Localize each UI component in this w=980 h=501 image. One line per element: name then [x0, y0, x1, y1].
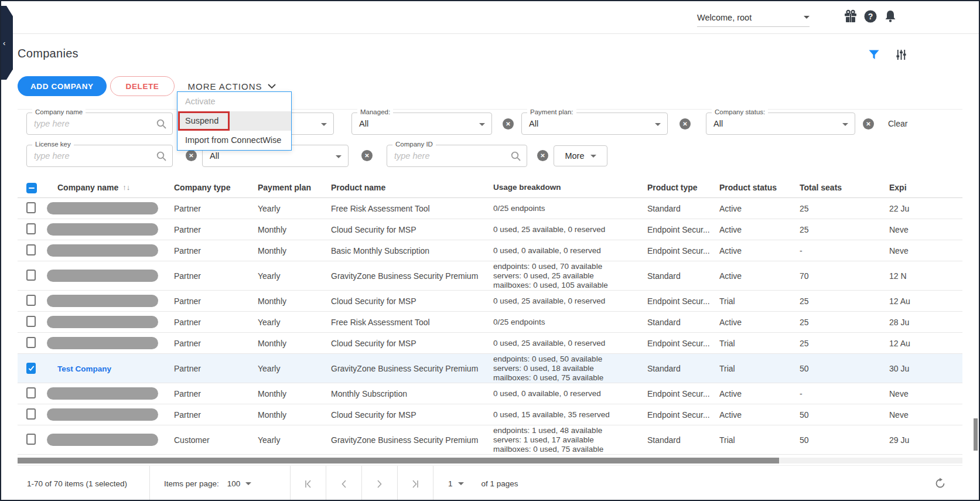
row-checkbox[interactable] — [26, 408, 36, 420]
company-id-filter[interactable]: Company ID — [387, 145, 527, 167]
company-id-filter-label: Company ID — [392, 141, 436, 148]
product-type-cell: Endpoint Secur... — [647, 389, 719, 398]
first-page-button[interactable] — [291, 466, 326, 501]
user-menu[interactable]: Welcome, root — [697, 8, 810, 27]
more-actions-button[interactable]: MORE ACTIONS — [187, 81, 276, 91]
payment-plan-cell: Monthly — [258, 246, 331, 255]
more-actions-label: MORE ACTIONS — [187, 81, 262, 91]
product-status-cell: Active — [719, 389, 800, 398]
total-seats-cell: 25 — [800, 204, 889, 213]
row-checkbox-cell — [18, 434, 47, 447]
gift-icon[interactable] — [844, 9, 858, 23]
column-settings-icon[interactable] — [896, 49, 907, 60]
license-type-clear-icon[interactable]: ✕ — [361, 150, 373, 161]
row-checkbox[interactable] — [26, 434, 36, 445]
select-all-checkbox[interactable] — [26, 183, 37, 193]
row-checkbox[interactable] — [26, 387, 36, 398]
menu-item-activate[interactable]: Activate — [177, 92, 291, 111]
actions-toolbar: ADD COMPANY DELETE MORE ACTIONS — [18, 76, 962, 96]
product-status-cell: Active — [719, 225, 800, 234]
row-checkbox[interactable] — [26, 270, 36, 281]
menu-item-suspend[interactable]: Suspend — [177, 111, 291, 131]
row-checkbox[interactable] — [26, 316, 36, 327]
product-type-cell: Standard — [647, 271, 719, 281]
redacted-company-name — [47, 244, 158, 257]
product-status-cell: Active — [719, 318, 800, 327]
header-payment-plan: Payment plan — [258, 183, 331, 192]
table-row: PartnerYearlyGravityZone Business Securi… — [18, 261, 962, 291]
company-name-input[interactable] — [27, 113, 172, 134]
payment-plan-clear-icon[interactable]: ✕ — [679, 118, 691, 129]
sort-icon[interactable]: ↑↓ — [122, 183, 130, 192]
usage-breakdown-cell: 0 used, 25 available, 0 reserved — [493, 225, 647, 234]
product-type-cell: Endpoint Secur... — [647, 339, 719, 348]
header-company-name[interactable]: Company name↑↓ — [47, 183, 174, 192]
product-name-cell: Cloud Security for MSP — [331, 410, 493, 420]
license-key-filter[interactable]: License key — [26, 145, 173, 167]
chevron-left-icon — [340, 479, 347, 489]
expiry-cell: Neve — [889, 246, 926, 255]
row-checkbox[interactable] — [26, 223, 36, 234]
license-key-input[interactable] — [27, 145, 172, 166]
expiry-cell: Neve — [889, 410, 926, 420]
usage-breakdown-cell: 0/25 endpoints — [493, 318, 647, 327]
clear-filters-link[interactable]: Clear — [888, 119, 907, 128]
horizontal-scrollbar[interactable] — [18, 458, 962, 463]
menu-item-import-from-connectwise[interactable]: Import from ConnectWise — [177, 131, 291, 150]
last-page-icon — [411, 479, 420, 489]
last-page-button[interactable] — [398, 466, 433, 501]
row-checkbox[interactable] — [26, 202, 36, 213]
row-checkbox[interactable] — [26, 337, 36, 348]
expiry-cell: 12 Au — [889, 296, 926, 306]
company-id-clear-icon[interactable]: ✕ — [537, 150, 548, 161]
help-icon[interactable]: ? — [863, 9, 877, 23]
payment-plan-filter[interactable]: Payment plan: All — [521, 113, 668, 135]
delete-button[interactable]: DELETE — [110, 76, 175, 96]
company-id-input[interactable] — [387, 145, 527, 166]
bell-icon[interactable] — [883, 9, 897, 23]
refresh-icon[interactable] — [934, 478, 946, 489]
expiry-cell: 28 Ju — [889, 318, 926, 327]
row-checkbox-cell — [18, 408, 47, 421]
company-name-link[interactable]: Test Company — [47, 364, 111, 373]
previous-page-button[interactable] — [326, 466, 362, 501]
redacted-company-name — [47, 270, 158, 282]
welcome-label: Welcome, root — [697, 13, 752, 22]
chevron-down-icon — [590, 155, 596, 158]
chevron-down-icon — [842, 123, 848, 126]
company-type-cell: Partner — [174, 339, 258, 348]
table-row: PartnerYearlyFree Risk Assessment Tool0/… — [18, 198, 962, 219]
product-status-cell: Active — [719, 204, 800, 213]
row-checkbox[interactable] — [26, 363, 36, 374]
title-row: Companies — [18, 34, 962, 63]
company-status-clear-icon[interactable]: ✕ — [863, 118, 874, 129]
vertical-scrollbar-thumb[interactable] — [974, 418, 978, 451]
table-row: PartnerMonthlyMonthly Subscription0 used… — [18, 383, 962, 404]
chevron-down-icon — [804, 16, 810, 19]
more-filters-button[interactable]: More — [554, 145, 607, 166]
items-per-page-select[interactable]: 100 — [227, 479, 252, 488]
sidebar-collapse-tab[interactable]: ‹ — [1, 6, 13, 80]
total-seats-cell: 50 — [800, 364, 889, 373]
horizontal-scrollbar-thumb[interactable] — [18, 458, 779, 463]
table-row: PartnerMonthlyCloud Security for MSP0 us… — [18, 333, 962, 354]
add-company-button[interactable]: ADD COMPANY — [18, 76, 107, 96]
managed-clear-icon[interactable]: ✕ — [503, 118, 514, 129]
license-key-clear-icon[interactable]: ✕ — [186, 150, 197, 161]
product-name-cell: Cloud Security for MSP — [331, 339, 493, 348]
row-checkbox[interactable] — [26, 244, 36, 255]
redacted-company-name — [47, 316, 158, 328]
row-checkbox[interactable] — [26, 295, 36, 306]
company-status-filter[interactable]: Company status: All — [706, 113, 855, 135]
managed-filter[interactable]: Managed: All — [351, 113, 492, 135]
company-name-filter[interactable]: Company name — [26, 113, 173, 135]
row-checkbox-cell — [18, 337, 47, 350]
company-name-cell — [47, 408, 174, 421]
payment-plan-cell: Monthly — [258, 410, 331, 420]
page-number-select[interactable]: 1 — [448, 479, 464, 488]
row-checkbox-cell — [18, 295, 47, 308]
topbar: Welcome, root ? — [1, 1, 979, 34]
filter-funnel-icon[interactable] — [869, 50, 879, 60]
payment-plan-cell: Monthly — [258, 389, 331, 398]
next-page-button[interactable] — [362, 466, 398, 501]
